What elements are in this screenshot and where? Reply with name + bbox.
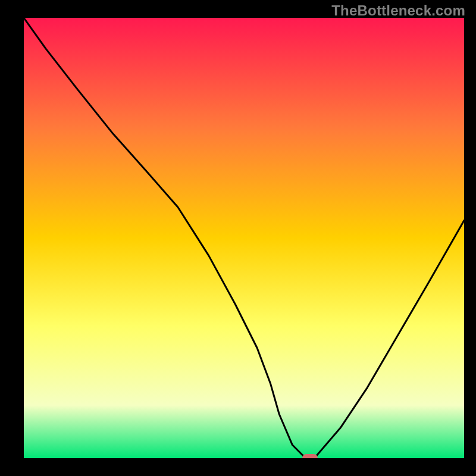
chart-plot-area xyxy=(24,18,464,458)
watermark-text: TheBottleneck.com xyxy=(331,2,465,19)
gradient-background xyxy=(24,18,464,458)
chart-frame: TheBottleneck.com xyxy=(0,0,476,476)
optimal-marker xyxy=(302,454,318,458)
chart-svg xyxy=(24,18,464,458)
